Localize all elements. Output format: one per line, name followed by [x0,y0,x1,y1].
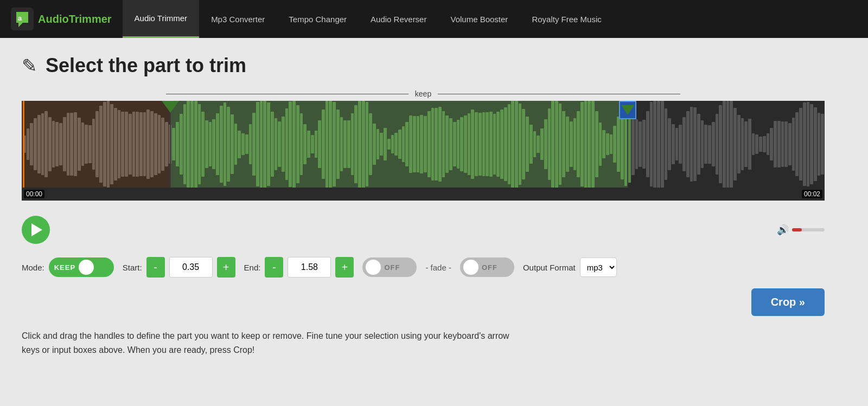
crop-row: Crop » [22,288,825,316]
controls-row: 🔊 [22,211,825,248]
edit-icon: ✎ [22,55,37,76]
page-title: Select the part to trim [46,54,246,77]
logo-icon: a [11,8,34,30]
waveform-container: keep 00:00 [22,88,825,201]
start-plus-button[interactable]: + [217,257,235,278]
mode-toggle-label: KEEP [54,263,75,272]
mode-toggle[interactable]: KEEP [49,257,114,277]
fade-out-label: OFF [482,263,497,272]
time-start: 00:00 [24,190,44,198]
time-labels: 00:00 00:02 [22,188,825,201]
help-text: Click and drag the handles to define the… [22,329,510,357]
nav-item-audio-reverser[interactable]: Audio Reverser [359,0,438,38]
output-select[interactable]: mp3 wav ogg m4a [580,257,617,277]
handle-end[interactable] [627,101,628,188]
keep-label-text: keep [409,89,438,98]
start-handle-arrow [162,101,179,113]
nav-item-mp3-converter[interactable]: Mp3 Converter [199,0,277,38]
volume-fill [792,228,802,231]
mode-label: Mode: [22,263,44,272]
start-minus-button[interactable]: - [146,257,165,278]
crop-button[interactable]: Crop » [751,288,825,316]
output-label: Output Format [523,263,576,272]
start-label: Start: [123,263,142,272]
mode-group: Mode: KEEP [22,257,114,277]
volume-icon: 🔊 [777,224,789,236]
nav-item-tempo-changer[interactable]: Tempo Changer [277,0,359,38]
nav-item-audio-trimmer[interactable]: Audio Trimmer [123,0,200,38]
end-handle-box [619,101,636,119]
time-end: 00:02 [802,190,822,198]
keep-label-row: keep [22,88,825,100]
end-handle-box-arrow [621,105,634,115]
start-group: Start: - + [123,257,235,278]
end-label: End: [244,263,261,272]
settings-row: Mode: KEEP Start: - + End: - + OFF - fad… [22,257,825,278]
fade-in-label: OFF [384,263,400,272]
nav-item-royalty-free-music[interactable]: Royalty Free Music [520,0,613,38]
fade-separator: - fade - [425,263,451,272]
fade-out-toggle[interactable]: OFF [460,257,514,277]
end-plus-button[interactable]: + [335,257,354,278]
end-minus-button[interactable]: - [265,257,283,278]
fade-in-circle [366,260,381,275]
waveform[interactable] [22,101,825,188]
zone-selected [170,101,628,188]
fade-out-circle [463,260,478,275]
main-content: ✎ Select the part to trim keep [0,38,846,373]
nav-item-volume-booster[interactable]: Volume Booster [438,0,520,38]
fade-in-toggle[interactable]: OFF [362,257,417,277]
toggle-circle [79,260,94,275]
navbar: a AudioTrimmer Audio Trimmer Mp3 Convert… [0,0,868,38]
zone-left [22,101,170,188]
playhead [23,101,24,188]
volume-area: 🔊 [777,224,825,236]
page-title-row: ✎ Select the part to trim [22,54,825,77]
start-handle-line [170,101,171,188]
handle-start[interactable] [170,101,171,188]
svg-text:a: a [18,14,22,22]
logo-text: AudioTrimmer [38,13,112,25]
play-button[interactable] [22,216,50,244]
logo[interactable]: a AudioTrimmer [11,8,112,30]
start-input[interactable] [169,257,213,278]
play-icon [31,223,42,236]
volume-bar[interactable] [792,228,825,231]
end-group: End: - + [244,257,354,278]
nav-items: Audio Trimmer Mp3 Converter Tempo Change… [123,0,614,38]
end-input[interactable] [288,257,331,278]
output-format-group: Output Format mp3 wav ogg m4a [523,257,617,277]
